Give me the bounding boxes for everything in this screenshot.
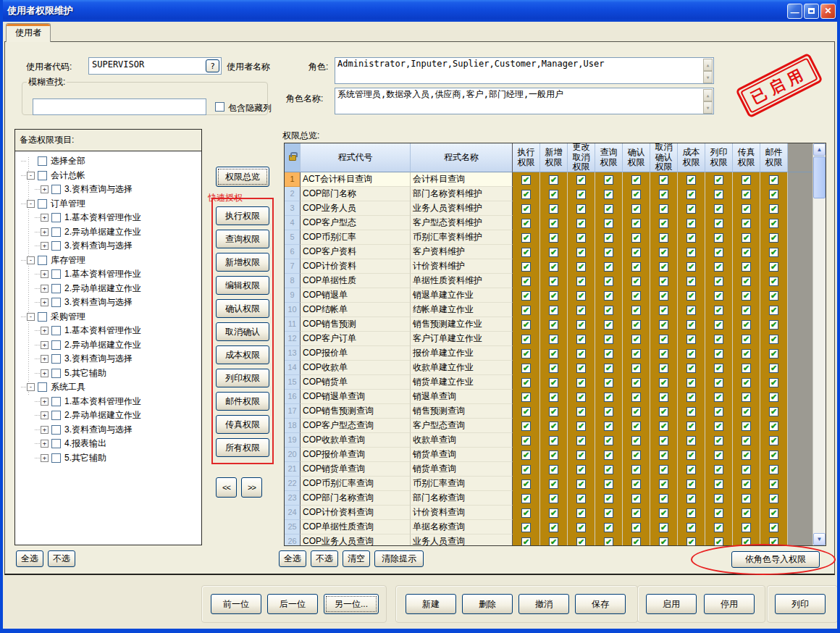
table-row[interactable]: 1ACT会计科目查询会计科目查询✔✔✔✔✔✔✔✔✔✔ xyxy=(285,172,814,187)
tree-checkbox[interactable] xyxy=(51,369,61,378)
perm-checkbox[interactable]: ✔ xyxy=(714,219,723,228)
table-row[interactable]: 26COP业务人员查询业务人员查询✔✔✔✔✔✔✔✔✔✔ xyxy=(285,535,814,546)
perm-checkbox[interactable]: ✔ xyxy=(604,262,613,272)
perm-checkbox[interactable]: ✔ xyxy=(769,479,778,489)
perm-checkbox[interactable]: ✔ xyxy=(576,537,586,547)
perm-checkbox[interactable]: ✔ xyxy=(714,537,723,547)
perm-checkbox[interactable]: ✔ xyxy=(714,407,723,416)
perm-checkbox[interactable]: ✔ xyxy=(549,204,558,214)
perm-checkbox[interactable]: ✔ xyxy=(659,219,668,228)
tree-checkbox[interactable] xyxy=(38,199,47,209)
collapse-icon[interactable]: - xyxy=(27,383,35,391)
perm-checkbox[interactable]: ✔ xyxy=(549,349,558,359)
table-row[interactable]: 23COP部门名称查询部门名称查询✔✔✔✔✔✔✔✔✔✔ xyxy=(285,491,814,506)
expand-icon[interactable]: + xyxy=(41,440,49,448)
fuzzy-search-input[interactable] xyxy=(33,98,206,115)
perm-checkbox[interactable]: ✔ xyxy=(631,479,641,489)
perm-checkbox[interactable]: ✔ xyxy=(714,378,723,387)
perm-checkbox[interactable]: ✔ xyxy=(521,335,531,344)
perm-column-header[interactable]: 更改取消权限 xyxy=(568,143,595,172)
perm-checkbox[interactable]: ✔ xyxy=(686,204,696,214)
perm-checkbox[interactable]: ✔ xyxy=(521,378,531,387)
perm-checkbox[interactable]: ✔ xyxy=(521,422,531,431)
perm-checkbox[interactable]: ✔ xyxy=(631,320,641,330)
perm-checkbox[interactable]: ✔ xyxy=(604,537,613,547)
perm-checkbox[interactable]: ✔ xyxy=(604,508,613,518)
perm-checkbox[interactable]: ✔ xyxy=(521,219,531,228)
perm-checkbox[interactable]: ✔ xyxy=(686,233,696,243)
perm-checkbox[interactable]: ✔ xyxy=(714,248,723,257)
quick-grant-button[interactable]: 取消确认 xyxy=(216,322,269,341)
perm-checkbox[interactable]: ✔ xyxy=(714,320,723,330)
expand-icon[interactable]: + xyxy=(41,285,49,293)
perm-checkbox[interactable]: ✔ xyxy=(549,494,558,503)
perm-checkbox[interactable]: ✔ xyxy=(659,204,668,214)
perm-checkbox[interactable]: ✔ xyxy=(742,378,751,387)
tab-user[interactable]: 使用者 xyxy=(6,23,51,42)
role-name-textbox[interactable]: 系统管理员,数据录入员,供应商,客户,部门经理,一般用户 ▲▼ xyxy=(335,88,714,114)
tree-item[interactable]: -库存管理 xyxy=(15,253,201,268)
perm-checkbox[interactable]: ✔ xyxy=(521,479,531,489)
perm-checkbox[interactable]: ✔ xyxy=(686,378,696,387)
perm-checkbox[interactable]: ✔ xyxy=(604,436,613,445)
tree-item[interactable]: -采购管理 xyxy=(15,310,201,324)
tree-item[interactable]: +5.其它辅助 xyxy=(15,366,201,381)
perm-checkbox[interactable]: ✔ xyxy=(714,523,723,532)
perm-checkbox[interactable]: ✔ xyxy=(631,262,641,272)
perm-checkbox[interactable]: ✔ xyxy=(769,450,778,460)
perm-checkbox[interactable]: ✔ xyxy=(742,407,751,416)
perm-checkbox[interactable]: ✔ xyxy=(742,190,751,199)
perm-checkbox[interactable]: ✔ xyxy=(742,422,751,431)
tree-item[interactable]: +3.资料查询与选择 xyxy=(15,295,201,310)
perm-checkbox[interactable]: ✔ xyxy=(521,436,531,445)
tree-checkbox[interactable] xyxy=(51,227,61,237)
tree-checkbox[interactable] xyxy=(51,425,61,435)
perm-checkbox[interactable]: ✔ xyxy=(604,465,613,474)
perm-checkbox[interactable]: ✔ xyxy=(521,349,531,359)
expand-icon[interactable]: + xyxy=(41,411,49,419)
perm-checkbox[interactable]: ✔ xyxy=(549,407,558,416)
tree-item[interactable]: +1.基本资料管理作业 xyxy=(15,324,201,338)
tree-item[interactable]: +2.异动单据建立作业 xyxy=(15,225,201,240)
tree-checkbox[interactable] xyxy=(51,213,61,222)
role-scroll[interactable]: ▲▼ xyxy=(703,59,713,83)
perm-checkbox[interactable]: ✔ xyxy=(576,349,586,359)
perm-checkbox[interactable]: ✔ xyxy=(576,393,586,402)
perm-checkbox[interactable]: ✔ xyxy=(742,175,751,185)
perm-checkbox[interactable]: ✔ xyxy=(631,219,641,228)
perm-checkbox[interactable]: ✔ xyxy=(686,465,696,474)
perm-checkbox[interactable]: ✔ xyxy=(576,219,586,228)
perm-checkbox[interactable]: ✔ xyxy=(769,349,778,359)
perm-checkbox[interactable]: ✔ xyxy=(576,204,586,214)
perm-column-header[interactable]: 新增权限 xyxy=(540,143,568,172)
perm-checkbox[interactable]: ✔ xyxy=(576,378,586,387)
perm-checkbox[interactable]: ✔ xyxy=(686,349,696,359)
perm-column-header[interactable]: 执行权限 xyxy=(513,143,540,172)
perm-checkbox[interactable]: ✔ xyxy=(604,422,613,431)
table-row[interactable]: 20COP报价单查询销货单查询✔✔✔✔✔✔✔✔✔✔ xyxy=(285,448,814,462)
perm-checkbox[interactable]: ✔ xyxy=(604,523,613,532)
perm-checkbox[interactable]: ✔ xyxy=(521,291,531,301)
perm-checkbox[interactable]: ✔ xyxy=(686,494,696,503)
table-row[interactable]: 15COP销货单销货单建立作业✔✔✔✔✔✔✔✔✔✔ xyxy=(285,375,814,390)
grid-vertical-scrollbar[interactable]: ▲ ▼ xyxy=(812,143,826,545)
perm-checkbox[interactable]: ✔ xyxy=(742,479,751,489)
perm-column-header[interactable]: 邮件权限 xyxy=(760,143,788,172)
tree-item[interactable]: +1.基本资料管理作业 xyxy=(15,267,201,282)
perm-checkbox[interactable]: ✔ xyxy=(714,508,723,518)
perm-checkbox[interactable]: ✔ xyxy=(659,306,668,315)
quick-grant-button[interactable]: 确认权限 xyxy=(216,299,269,318)
perm-checkbox[interactable]: ✔ xyxy=(769,523,778,532)
perm-checkbox[interactable]: ✔ xyxy=(631,465,641,474)
perm-checkbox[interactable]: ✔ xyxy=(714,204,723,214)
tree-checkbox[interactable] xyxy=(51,326,61,335)
perm-column-header[interactable]: 取消确认权限 xyxy=(650,143,678,172)
perm-checkbox[interactable]: ✔ xyxy=(576,320,586,330)
expand-icon[interactable]: + xyxy=(41,214,49,222)
perm-checkbox[interactable]: ✔ xyxy=(742,262,751,272)
perm-checkbox[interactable]: ✔ xyxy=(659,335,668,344)
perm-checkbox[interactable]: ✔ xyxy=(521,364,531,373)
table-row[interactable]: 21COP销货单查询销货单查询✔✔✔✔✔✔✔✔✔✔ xyxy=(285,462,814,477)
close-button[interactable]: ✕ xyxy=(820,4,836,19)
tree-checkbox[interactable] xyxy=(51,241,61,251)
